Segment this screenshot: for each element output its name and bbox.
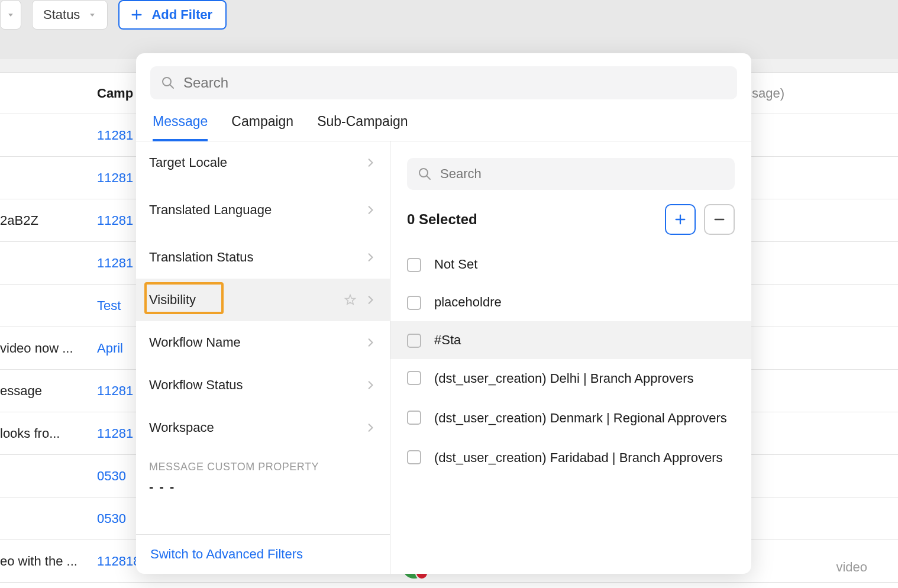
message-cell: 2aB2Z — [0, 213, 95, 228]
filter-option-label: Not Set — [434, 256, 477, 274]
chevron-right-icon — [365, 251, 377, 263]
message-cell: essage — [0, 383, 95, 399]
video-cell: video — [836, 560, 867, 575]
switch-advanced-filters-link[interactable]: Switch to Advanced Filters — [150, 547, 303, 561]
checkbox[interactable] — [407, 411, 421, 425]
filter-values-panel: 0 Selected Not Setplaceholdre#Sta(dst_us… — [390, 141, 751, 574]
filter-search-input[interactable] — [183, 75, 726, 91]
filter-property-label: Translation Status — [149, 249, 365, 266]
filter-chip-unknown[interactable] — [0, 0, 21, 30]
filter-options-list: Not Setplaceholdre#Sta(dst_user_creation… — [390, 245, 751, 574]
add-filter-label: Add Filter — [151, 7, 212, 22]
tab-sub-campaign[interactable]: Sub-Campaign — [317, 114, 408, 141]
plus-icon — [674, 213, 687, 226]
filter-option[interactable]: (dst_user_creation) Faridabad | Branch A… — [390, 438, 751, 478]
filter-property-label: Workspace — [149, 419, 365, 437]
filter-option-label: (dst_user_creation) Denmark | Regional A… — [434, 409, 727, 428]
chevron-right-icon — [365, 204, 377, 216]
filter-property-workflow-status[interactable]: Workflow Status — [136, 364, 390, 406]
minus-icon — [713, 213, 726, 226]
values-search-input[interactable] — [440, 166, 724, 182]
search-icon — [161, 76, 175, 90]
status-chip-label: Status — [43, 7, 80, 22]
tab-campaign[interactable]: Campaign — [231, 114, 293, 141]
filter-property-target-locale[interactable]: Target Locale — [136, 141, 390, 184]
message-cell: looks fro... — [0, 426, 95, 441]
filter-option[interactable]: #Sta — [390, 321, 751, 359]
filter-option[interactable]: (dst_user_creation) Denmark | Regional A… — [390, 399, 751, 438]
caret-down-icon — [7, 11, 15, 19]
chevron-right-icon — [365, 157, 377, 169]
filter-property-translation-status[interactable]: Translation Status — [136, 236, 390, 279]
chevron-right-icon — [365, 337, 377, 348]
chevron-right-icon — [365, 422, 377, 434]
tab-message[interactable]: Message — [153, 114, 208, 141]
checkbox[interactable] — [407, 296, 421, 310]
values-search[interactable] — [407, 158, 735, 190]
filter-option-label: (dst_user_creation) Faridabad | Branch A… — [434, 449, 723, 467]
filter-option[interactable]: (dst_user_creation) Delhi | Branch Appro… — [390, 359, 751, 399]
checkbox[interactable] — [407, 334, 421, 348]
filter-property-workspace[interactable]: Workspace — [136, 406, 390, 449]
filter-property-visibility[interactable]: Visibility — [136, 279, 390, 321]
selected-count: 0 Selected — [407, 211, 477, 228]
add-filter-button[interactable]: Add Filter — [118, 0, 227, 30]
filter-option-label: (dst_user_creation) Delhi | Branch Appro… — [434, 370, 694, 388]
filter-option-label: #Sta — [434, 331, 461, 350]
filter-property-label: Target Locale — [149, 154, 365, 172]
filter-property-label: Translated Language — [149, 202, 365, 219]
filter-option-label: placeholdre — [434, 293, 502, 312]
checkbox[interactable] — [407, 371, 421, 385]
filter-search[interactable] — [150, 66, 737, 99]
chevron-right-icon — [365, 379, 377, 391]
chevron-right-icon — [365, 294, 377, 306]
filter-scope-tabs: MessageCampaignSub-Campaign — [136, 105, 751, 141]
left-panel-footer: Switch to Advanced Filters — [136, 534, 390, 574]
message-cell: video now ... — [0, 341, 95, 356]
add-filter-popover: MessageCampaignSub-Campaign Target Local… — [136, 53, 751, 574]
filter-property-list: Target LocaleTranslated LanguageTranslat… — [136, 141, 390, 574]
filter-property-translated-language[interactable]: Translated Language — [136, 184, 390, 236]
exclude-button[interactable] — [704, 204, 735, 235]
filter-chip-status[interactable]: Status — [32, 0, 108, 30]
filter-property-label: Workflow Name — [149, 334, 365, 351]
checkbox[interactable] — [407, 258, 421, 272]
filter-property-label: Visibility — [149, 292, 344, 309]
search-icon — [418, 167, 432, 181]
filter-toolbar: Status Add Filter — [0, 0, 898, 59]
include-button[interactable] — [665, 204, 696, 235]
caret-down-icon — [88, 11, 96, 19]
filter-option[interactable]: placeholdre — [390, 283, 751, 321]
message-cell: eo with the ... — [0, 554, 95, 569]
selection-summary: 0 Selected — [390, 201, 751, 245]
section-label-custom-property: MESSAGE CUSTOM PROPERTY — [136, 449, 390, 479]
filter-option[interactable]: Not Set — [390, 245, 751, 283]
star-icon[interactable] — [344, 293, 357, 306]
filter-property-label: Workflow Status — [149, 377, 365, 394]
more-items-indicator: - - - — [136, 479, 390, 500]
filter-property-workflow-name[interactable]: Workflow Name — [136, 321, 390, 364]
plus-icon — [130, 8, 143, 21]
checkbox[interactable] — [407, 450, 421, 464]
